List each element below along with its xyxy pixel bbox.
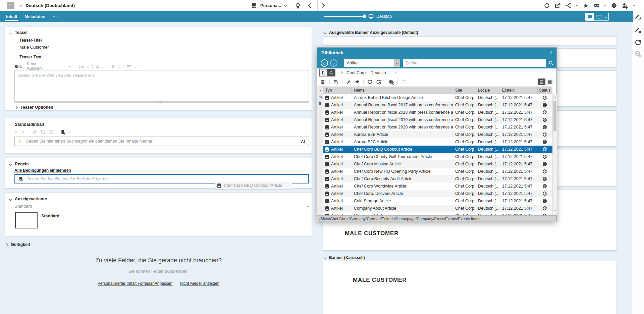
remove-localization-icon[interactable] (389, 80, 394, 85)
chevron-down-icon[interactable] (19, 3, 22, 7)
table-row[interactable]: Artikel A Look Behind Kitchen Design Art… (323, 94, 552, 101)
pencil-arrow-icon[interactable] (635, 13, 641, 20)
insert-image-icon[interactable] (79, 65, 84, 69)
column-typ[interactable]: Typ (323, 87, 352, 94)
table-row[interactable]: Artikel Annual Report on fiscal 2017 wit… (323, 101, 552, 109)
collapse-section-icon[interactable] (323, 31, 327, 34)
column-status[interactable]: Status (538, 87, 552, 94)
bookmark-star-icon[interactable]: ★ (355, 79, 360, 85)
table-row[interactable]: Artikel Annual Report on fiscal 2020 wit… (323, 123, 552, 131)
table-row[interactable]: Artikel Aurora B2B Article Chef Corp. De… (323, 131, 552, 138)
lightbulb-icon[interactable] (295, 3, 301, 9)
resize-grip-dots[interactable]: ••• (159, 101, 163, 104)
reload-icon[interactable] (544, 3, 550, 8)
table-row[interactable]: Artikel Chef Corp. Delivers Article Chef… (323, 190, 552, 197)
list-view-button[interactable] (538, 78, 545, 85)
filter-tab-label[interactable]: Filter (318, 96, 322, 105)
save-search-icon[interactable] (321, 80, 326, 85)
teaser-text-input[interactable] (14, 70, 309, 101)
column-site[interactable]: Site (453, 87, 476, 94)
table-row[interactable]: Artikel Cold Storage Article Chef Corp. … (323, 197, 552, 205)
table-row[interactable]: Artikel Chef Corp BBQ Cookout Article Ch… (323, 146, 552, 153)
pencil-x-icon[interactable] (635, 27, 641, 33)
breadcrumb[interactable]: Chef Corp. - Deutsch... (346, 70, 389, 75)
table-row[interactable]: Artikel Chef Corp Charity Golf Tournamen… (323, 153, 552, 160)
table-row[interactable]: Artikel Company About Article Chef Corp.… (323, 205, 552, 212)
bookmark-star-icon[interactable]: ★ (583, 2, 589, 9)
scrollbar-thumb[interactable] (553, 101, 556, 131)
chevron-down-icon[interactable] (576, 4, 578, 6)
collapse-section-icon[interactable] (323, 256, 327, 259)
chevron-down-icon[interactable] (633, 4, 635, 6)
edit-icon[interactable] (346, 80, 351, 85)
teaser-title-value[interactable]: Male Customer (19, 45, 309, 52)
collapse-left-panel-icon[interactable] (308, 3, 313, 8)
expand-section-icon[interactable] (5, 243, 8, 246)
chevron-down-icon[interactable] (604, 4, 606, 6)
table-row[interactable]: Artikel Chef Corp Mission Article Chef C… (323, 160, 552, 168)
open-in-new-window-icon[interactable] (555, 3, 560, 8)
font-size-icon[interactable]: A (96, 64, 99, 69)
add-content-icon[interactable]: + (18, 138, 22, 144)
withdraw-icon[interactable] (367, 80, 372, 85)
tree-view-button[interactable] (320, 69, 327, 76)
library-search-input[interactable] (403, 59, 546, 67)
bold-icon[interactable]: B (111, 64, 115, 70)
variant-thumbnail[interactable] (15, 212, 38, 228)
content-search-input[interactable] (26, 139, 297, 144)
chevron-down-icon[interactable] (284, 3, 287, 7)
variant-select[interactable]: Standard (14, 204, 309, 211)
validity-section-title[interactable]: Gültigkeit (11, 242, 30, 247)
forward-icon[interactable] (330, 59, 337, 67)
chevron-down-icon[interactable] (603, 13, 608, 20)
collapse-section-icon[interactable] (9, 197, 12, 201)
share-icon[interactable] (566, 3, 571, 8)
expand-section-icon[interactable] (15, 106, 18, 109)
persona-selector[interactable]: Persona... (260, 3, 281, 8)
table-row[interactable]: Artikel Chef Corp Security Audit Article… (323, 175, 552, 182)
chevron-down-icon[interactable] (87, 65, 89, 68)
search-view-button[interactable] (327, 69, 335, 76)
collapse-section-icon[interactable] (9, 123, 12, 126)
preview-zoom-slider[interactable] (324, 16, 364, 17)
clock-icon[interactable] (611, 3, 617, 8)
customize-form-link[interactable]: Personalisierter Inhalt Formular Anpasse… (98, 281, 172, 286)
collapse-section-icon[interactable] (9, 31, 12, 34)
column-locale[interactable]: Locale (476, 87, 500, 94)
table-row[interactable]: Artikel Annual Report on fiscal 2018 wit… (323, 109, 552, 116)
type-filter-select[interactable]: Artikel (344, 59, 400, 67)
italic-icon[interactable]: I (118, 64, 120, 70)
column-name[interactable]: Name (352, 87, 453, 94)
tab-metadaten[interactable]: Metadaten (23, 11, 47, 22)
device-preview-button[interactable] (594, 13, 603, 20)
expand-filter-icon[interactable] (319, 90, 321, 92)
table-row[interactable]: Artikel Chef Corp Worldwide Article Chef… (323, 182, 552, 190)
chevron-down-icon[interactable] (68, 130, 71, 133)
chevron-down-icon[interactable] (135, 65, 137, 68)
media-icon[interactable] (594, 3, 599, 8)
tab-more[interactable]: ··· (51, 11, 58, 22)
chevron-down-icon[interactable] (102, 65, 105, 68)
search-icon[interactable] (548, 60, 554, 66)
scroll-up-icon[interactable] (553, 97, 556, 99)
chevron-down-icon[interactable] (394, 59, 400, 67)
copy-icon[interactable] (333, 80, 338, 85)
library-titlebar[interactable]: Bibliothek × (317, 48, 556, 58)
scroll-down-icon[interactable] (553, 209, 556, 211)
table-row[interactable]: Artikel Annual Report on fiscal 2019 wit… (323, 116, 552, 123)
dismiss-hint-link[interactable]: Nicht wieder anzeigen (180, 281, 219, 286)
teaser-options-title[interactable]: Teaser Optionen (20, 105, 53, 110)
table-row[interactable]: Artikel Company Article Chef Corp. Deuts… (323, 212, 552, 215)
table-scrollbar[interactable] (552, 94, 557, 215)
slider-handle[interactable] (363, 14, 366, 18)
back-icon[interactable] (321, 59, 328, 67)
column-erstellt[interactable]: Erstellt (500, 87, 538, 94)
open-library-icon[interactable] (60, 129, 65, 135)
desktop-preview-button[interactable] (586, 13, 594, 20)
table-row[interactable]: Artikel Chef Corp New HQ Opening Party A… (323, 168, 552, 175)
tab-inhalt[interactable]: Inhalt (5, 11, 18, 22)
localized-document-icon[interactable]: àa (7, 2, 14, 9)
sync-icon[interactable] (635, 39, 641, 46)
collapse-section-icon[interactable] (9, 162, 12, 166)
filter-panel-collapsed[interactable]: Filter (317, 87, 323, 215)
